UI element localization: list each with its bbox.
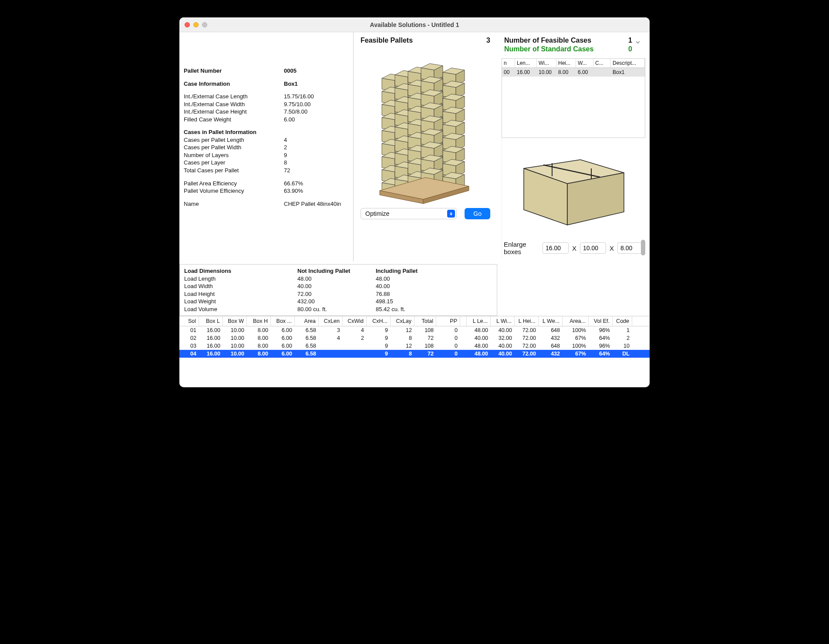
pallet-3d-icon: [369, 48, 482, 205]
enlarge-z-input[interactable]: [617, 242, 644, 254]
solutions-table: SolBox LBox WBox HBox ...AreaCxLenCxWidC…: [179, 316, 650, 387]
cell: 00: [502, 68, 515, 77]
cell: 67%: [563, 334, 589, 342]
cell: 10: [613, 342, 632, 350]
action-select-value: Optimize: [361, 208, 457, 219]
column-header[interactable]: CxH...: [367, 316, 391, 326]
cell: 04: [179, 350, 199, 358]
info-value: 63.90%: [284, 187, 303, 195]
column-header[interactable]: C...: [593, 59, 611, 67]
cell: 0: [436, 350, 460, 358]
standard-cases-label: Number of Standard Cases: [504, 45, 593, 53]
feasible-cases-label: Number of Feasible Cases: [504, 37, 591, 44]
cell: [460, 342, 467, 350]
column-header[interactable]: Box W: [223, 316, 247, 326]
cell: [593, 68, 611, 77]
info-key: Int./External Case Length: [184, 93, 284, 101]
column-header[interactable]: CxWid: [343, 316, 367, 326]
column-header[interactable]: PP: [436, 316, 460, 326]
cell: 64%: [589, 334, 613, 342]
action-select[interactable]: Optimize: [361, 208, 457, 219]
table-row[interactable]: 0216.0010.008.006.006.58429872040.0032.0…: [179, 334, 650, 342]
column-header[interactable]: Wi...: [537, 59, 556, 67]
column-header[interactable]: L Le...: [467, 316, 491, 326]
cell: 16.00: [199, 350, 223, 358]
pallet-number-value: 0005: [284, 67, 297, 75]
cases-pallet-header: Cases in Pallet Information: [184, 128, 349, 136]
titlebar: Available Solutions - Untitled 1: [179, 17, 650, 32]
column-header[interactable]: Sol: [179, 316, 199, 326]
column-header[interactable]: W...: [576, 59, 593, 67]
column-header[interactable]: Total: [414, 316, 436, 326]
column-header[interactable]: Hei...: [556, 59, 576, 67]
cell: 3: [319, 326, 343, 334]
column-header[interactable]: [460, 316, 467, 326]
cell: 40.00: [467, 334, 491, 342]
column-header[interactable]: Vol Ef.: [589, 316, 613, 326]
cell: 6.00: [271, 350, 295, 358]
enlarge-y-input[interactable]: [580, 242, 606, 254]
cell: 8.00: [556, 68, 576, 77]
cell: 72.00: [515, 334, 539, 342]
info-key: Cases per Pallet Width: [184, 144, 284, 151]
column-header[interactable]: Box ...: [271, 316, 295, 326]
column-header[interactable]: Box H: [247, 316, 271, 326]
load-val: 85.42 cu. ft.: [376, 305, 454, 313]
pallet-name-value: CHEP Pallet 48inx40in: [284, 200, 341, 208]
cell: Box1: [611, 68, 645, 77]
x-separator: X: [610, 245, 614, 252]
cell: 100%: [563, 326, 589, 334]
scrollbar-thumb[interactable]: [641, 240, 645, 255]
table-row[interactable]: 0016.0010.008.006.00Box1: [502, 68, 645, 77]
cell: [319, 350, 343, 358]
chevron-updown-icon: [447, 210, 455, 218]
column-header[interactable]: L Hei...: [515, 316, 539, 326]
cell: 0: [436, 342, 460, 350]
feasible-cases-count: 1: [628, 37, 632, 44]
cell: 03: [179, 342, 199, 350]
cell: 2: [343, 334, 367, 342]
enlarge-x-input[interactable]: [543, 242, 569, 254]
cell: 01: [179, 326, 199, 334]
cell: 67%: [563, 350, 589, 358]
cell: 16.00: [199, 326, 223, 334]
info-key: Pallet Area Efficiency: [184, 180, 284, 188]
column-header[interactable]: Code: [613, 316, 632, 326]
cell: 6.00: [576, 68, 593, 77]
column-header[interactable]: Area: [295, 316, 319, 326]
load-key: Load Width: [184, 282, 297, 290]
info-value: 9.75/10.00: [284, 101, 310, 108]
cell: 40.00: [491, 350, 515, 358]
load-key: Load Height: [184, 290, 297, 298]
window-title: Available Solutions - Untitled 1: [179, 21, 650, 28]
cell: 6.58: [295, 350, 319, 358]
cell: 8.00: [247, 350, 271, 358]
column-header[interactable]: L We...: [539, 316, 563, 326]
cell: 9: [367, 334, 391, 342]
table-row[interactable]: 0316.0010.008.006.006.58912108048.0040.0…: [179, 342, 650, 350]
info-value: 9: [284, 151, 287, 159]
column-header[interactable]: n: [502, 59, 515, 67]
column-header[interactable]: Area...: [563, 316, 589, 326]
table-row[interactable]: 0416.0010.008.006.006.589872048.0040.007…: [179, 350, 650, 358]
cell: 6.58: [295, 342, 319, 350]
column-header[interactable]: L Wi...: [491, 316, 515, 326]
box-3d-icon: [515, 142, 633, 234]
chevron-down-icon[interactable]: [635, 39, 641, 45]
zoom-icon[interactable]: [202, 22, 207, 27]
column-header[interactable]: Len...: [515, 59, 537, 67]
go-button[interactable]: Go: [465, 208, 490, 219]
cell: 48.00: [467, 326, 491, 334]
cell: 96%: [589, 342, 613, 350]
close-icon[interactable]: [185, 22, 190, 27]
column-header[interactable]: Descript...: [611, 59, 645, 67]
minimize-icon[interactable]: [193, 22, 199, 27]
table-row[interactable]: 0116.0010.008.006.006.5834912108048.0040…: [179, 326, 650, 334]
cell: 10.00: [223, 350, 247, 358]
column-header[interactable]: Box L: [199, 316, 223, 326]
cell: [460, 334, 467, 342]
cell: 9: [367, 326, 391, 334]
column-header[interactable]: CxLen: [319, 316, 343, 326]
info-value: 7.50/8.00: [284, 108, 307, 116]
column-header[interactable]: CxLay: [391, 316, 414, 326]
